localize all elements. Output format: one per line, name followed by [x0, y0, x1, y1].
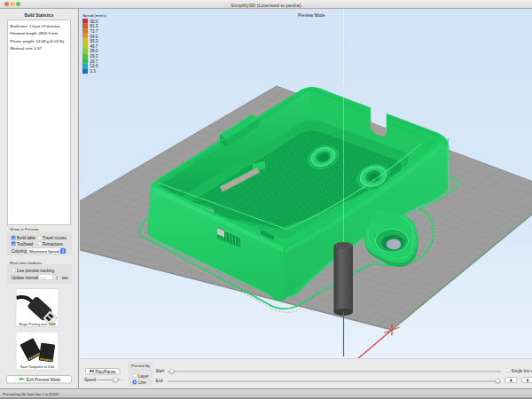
svg-text:72.7: 72.7	[90, 29, 98, 34]
svg-text:55.3: 55.3	[90, 39, 98, 43]
svg-text:12.0: 12.0	[90, 64, 98, 68]
svg-text:20.7: 20.7	[90, 59, 98, 64]
svg-text:3.3: 3.3	[90, 69, 97, 74]
svg-text:38.0: 38.0	[90, 49, 98, 53]
svg-text:46.7: 46.7	[90, 44, 98, 49]
svg-text:64.0: 64.0	[90, 35, 98, 39]
svg-text:90.0: 90.0	[90, 20, 98, 24]
svg-text:81.3: 81.3	[90, 24, 98, 28]
svg-text:29.3: 29.3	[90, 54, 98, 59]
